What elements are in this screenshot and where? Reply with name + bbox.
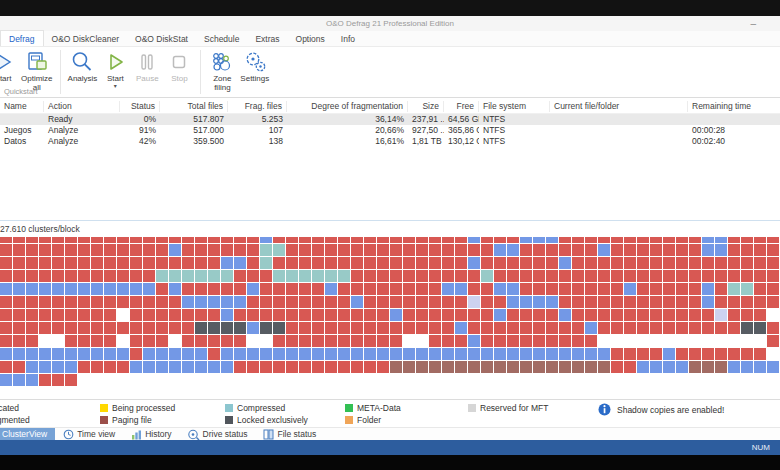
tab-o-o-diskstat[interactable]: O&O DiskStat [127,31,196,46]
table-cell-name: Datos [0,136,44,147]
cluster-cell [247,335,259,347]
view-tab-time-view[interactable]: Time view [55,428,123,441]
cluster-cell [351,374,363,386]
cluster-cell [208,322,220,334]
column-header-frag-files[interactable]: Frag. files [228,101,287,112]
cluster-cell [260,270,272,282]
history-icon [131,429,142,440]
cluster-cell [91,309,103,321]
cluster-cell [611,374,623,386]
tab-info[interactable]: Info [333,31,363,46]
cluster-cell [364,283,376,295]
view-tab-drive-status[interactable]: Drive status [180,428,256,441]
table-row[interactable]: JuegosAnalyze91%517.00010720,66%927,50 .… [0,125,780,136]
optimize-all-icon [25,50,49,74]
cluster-cell [767,244,779,256]
cluster-cell [312,335,324,347]
analysis-button[interactable]: Analysis [66,49,100,85]
cluster-cell [338,270,350,282]
cluster-cell [78,361,90,373]
cluster-cell [442,361,454,373]
settings-button[interactable]: Settings [238,49,271,85]
cluster-cell [429,361,441,373]
cluster-cell [507,335,519,347]
cluster-cell [364,270,376,282]
minimize-button[interactable]: – [744,16,762,31]
cluster-cell [741,361,753,373]
cluster-cell [208,257,220,269]
cluster-cell [273,335,285,347]
panel-divider [0,220,780,221]
cluster-cell [728,309,740,321]
cluster-cell [286,270,298,282]
column-header-degree-of-fragmentation[interactable]: Degree of fragmentation [287,101,408,112]
cluster-cell [598,237,610,243]
table-row[interactable]: Ready0%517.8075.25336,14%237,91 ...64,56… [0,114,780,125]
cluster-cell [52,309,64,321]
cluster-cell [637,374,649,386]
legend-item-locked-exclusively: Locked exclusively [225,415,308,425]
tab-schedule[interactable]: Schedule [196,31,247,46]
column-header-name[interactable]: Name [0,101,44,112]
cluster-cell [39,348,51,360]
zone-filing-button[interactable]: Zone filing [206,49,238,93]
cluster-cell [247,244,259,256]
cluster-cell [325,322,337,334]
chevron-down-icon[interactable]: ▾ [114,84,117,89]
cluster-cell [78,335,90,347]
cluster-cell [676,361,688,373]
column-header-status[interactable]: Status [120,101,160,112]
cluster-cell [338,257,350,269]
cluster-cell [299,257,311,269]
column-header-current-file-folder[interactable]: Current file/folder [550,101,688,112]
cluster-cell [156,257,168,269]
cluster-cell [234,237,246,243]
cluster-cell [754,374,766,386]
cluster-cell [247,348,259,360]
cluster-cell [559,348,571,360]
view-tab-clusterview[interactable]: ClusterView [0,428,55,441]
cluster-cell [260,335,272,347]
column-header-free[interactable]: Free [444,101,479,112]
cluster-cell [442,270,454,282]
cluster-cell [689,244,701,256]
column-header-action[interactable]: Action [44,101,120,112]
cluster-cell [377,283,389,295]
column-header-file-system[interactable]: File system [479,101,550,112]
column-header-remaining-time[interactable]: Remaining time [688,101,780,112]
cluster-cell [65,270,77,282]
cluster-cell [13,296,25,308]
view-tab-history[interactable]: History [123,428,179,441]
tab-options[interactable]: Options [288,31,333,46]
column-header-total-files[interactable]: Total files [160,101,228,112]
view-tab-file-status[interactable]: File status [255,428,324,441]
cluster-cell [481,283,493,295]
table-cell-free: 130,12 GB [444,136,479,147]
cluster-cell [754,237,766,243]
cluster-cell [689,322,701,334]
table-cell-status: 0% [120,114,160,125]
cluster-cell [520,283,532,295]
cluster-cell [390,257,402,269]
column-header-size[interactable]: Size [408,101,444,112]
legend-swatch [468,404,476,412]
tab-extras[interactable]: Extras [247,31,287,46]
cluster-cell [468,283,480,295]
cluster-cell [39,296,51,308]
start-button[interactable]: Start [0,49,19,85]
cluster-cell [273,348,285,360]
cluster-cell [507,257,519,269]
cluster-cell [741,374,753,386]
cluster-cell [390,322,402,334]
cluster-cell [494,322,506,334]
cluster-cell [585,237,597,243]
cluster-cell [260,237,272,243]
table-row[interactable]: DatosAnalyze42%359.50013816,61%1,81 TB13… [0,136,780,147]
cluster-cell [26,244,38,256]
tab-o-o-diskcleaner[interactable]: O&O DiskCleaner [44,31,128,46]
cluster-cell [741,322,753,334]
cluster-cell [533,309,545,321]
cluster-cell [663,257,675,269]
start-button[interactable]: Start▾ [99,49,131,90]
tab-defrag[interactable]: Defrag [0,30,44,46]
